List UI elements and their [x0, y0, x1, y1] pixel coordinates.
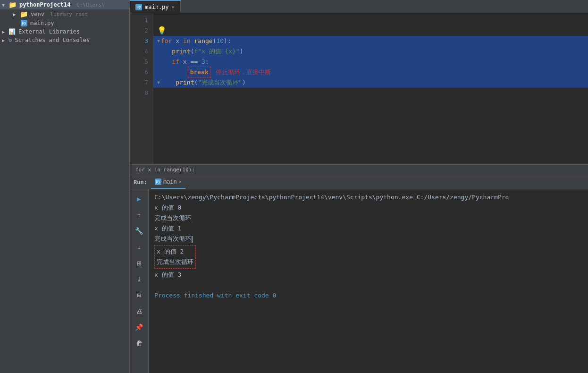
folder-venv-icon: 📁: [20, 10, 28, 18]
code-line-5: if x == 3 :: [153, 57, 588, 67]
sidebar-item-project[interactable]: ▼ 📁 pythonProject14 C:\Users\: [0, 0, 129, 9]
output-line-4: 完成当次循环: [154, 234, 582, 244]
tab-close-icon[interactable]: ✕: [172, 4, 175, 9]
expand-arrow-venv-icon: ▶: [13, 12, 16, 17]
code-line-3: ▼ for x in range ( 10 ):: [153, 36, 588, 46]
break-annotation: 停止循环，直接中断: [216, 67, 271, 77]
editor-status-bar: for x in range(10):: [130, 164, 588, 175]
code-line-4: print ( f"x 的值 {x}" ): [153, 46, 588, 57]
line-num-8: 8: [134, 88, 148, 98]
run-command: C:\Users\zengy\PycharmProjects\pythonPro…: [154, 192, 582, 203]
run-body: ▶ ↑ 🔧 ↓ ⊞ ⤓ ⊟ 🖨 📌 🗑 C:\Users\zengy\Pycha…: [130, 189, 588, 373]
line-num-1: 1: [134, 15, 148, 25]
tab-label: main.py: [145, 4, 169, 10]
code-line-2: 💡: [153, 25, 588, 36]
scratches-label: Scratches and Consoles: [15, 37, 90, 43]
project-name: pythonProject14: [19, 1, 70, 8]
folder-icon: 📁: [8, 1, 17, 8]
expand-scratch-icon: ▶: [2, 38, 5, 43]
run-output: C:\Users\zengy\PycharmProjects\pythonPro…: [149, 189, 588, 373]
project-path: C:\Users\: [73, 2, 104, 8]
output-line-5: x 的值 2: [157, 246, 193, 257]
run-button[interactable]: ▶: [133, 192, 146, 205]
expand-ext-icon: ▶: [2, 29, 5, 34]
run-toolbar: ▶ ↑ 🔧 ↓ ⊞ ⤓ ⊟ 🖨 📌 🗑: [130, 189, 149, 373]
python-tab-icon: py: [135, 4, 142, 10]
wrench-button[interactable]: 🔧: [133, 224, 146, 237]
print-button[interactable]: 🖨: [133, 305, 146, 318]
ext-lib-icon: 📊: [8, 28, 16, 35]
line-num-2: 2: [134, 25, 148, 36]
status-text: for x in range(10):: [135, 167, 195, 173]
line-num-3: 3: [134, 36, 148, 46]
output-line-2: 完成当次循环: [154, 213, 582, 223]
sidebar-item-external-libs[interactable]: ▶ 📊 External Libraries: [0, 27, 129, 36]
output-line-1: x 的值 0: [154, 203, 582, 213]
line-num-6: 6: [134, 67, 148, 77]
fold-icon-3[interactable]: ▼: [157, 36, 160, 46]
sidebar-item-venv[interactable]: ▶ 📁 venv library root: [0, 9, 129, 19]
run-tab-python-icon: py: [155, 178, 161, 185]
run-tab-label: main: [163, 178, 177, 185]
run-label: Run:: [134, 179, 147, 186]
output-line-7: x 的值 3: [154, 270, 582, 280]
tab-bar: py main.py ✕: [130, 0, 588, 13]
break-keyword-box: break: [188, 67, 211, 78]
fold-icon-7[interactable]: ▼: [157, 77, 160, 88]
code-line-7: ▼ print ( "完成当次循环" ): [153, 77, 588, 88]
python-file-icon: py: [21, 20, 27, 26]
output-line-6: 完成当次循环: [157, 257, 193, 267]
venv-label: venv: [31, 11, 44, 17]
kw-for: for: [161, 36, 172, 46]
output-line-3: x 的值 1: [154, 223, 582, 234]
code-line-1: [153, 15, 588, 25]
run-tab-close-icon[interactable]: ✕: [179, 179, 182, 184]
line-num-5: 5: [134, 57, 148, 67]
pin-button[interactable]: 📌: [133, 321, 146, 334]
code-editor[interactable]: 1 2 3 4 5 6 7 8 💡 ▼ for: [130, 13, 588, 164]
venv-sub: library root: [47, 11, 88, 17]
ext-lib-label: External Libraries: [18, 28, 80, 35]
delete-button[interactable]: 🗑: [133, 337, 146, 350]
code-line-6: break 停止循环，直接中断: [153, 67, 588, 77]
tab-main-py[interactable]: py main.py ✕: [130, 0, 181, 13]
main-py-label: main.py: [30, 20, 54, 26]
run-tab-bar: Run: py main ✕: [130, 175, 588, 189]
output-line-9: Process finished with exit code 0: [154, 290, 582, 301]
line-numbers: 1 2 3 4 5 6 7 8: [130, 13, 153, 164]
bulb-icon: 💡: [157, 25, 167, 36]
scratch-icon: ⚙: [8, 37, 12, 43]
sidebar: ▼ 📁 pythonProject14 C:\Users\ ▶ 📁 venv l…: [0, 0, 130, 373]
line-num-7: 7: [134, 77, 148, 88]
scroll-console-button[interactable]: ⊞: [133, 256, 146, 270]
code-content[interactable]: 💡 ▼ for x in range ( 10 ):: [153, 13, 588, 164]
run-panel: Run: py main ✕ ▶ ↑ 🔧 ↓ ⊞ ⤓ ⊟ 🖨: [130, 175, 588, 373]
scroll-down-button[interactable]: ↓: [133, 240, 146, 254]
import-button[interactable]: ⤓: [133, 272, 146, 286]
output-line-8: [154, 280, 582, 290]
sidebar-item-scratches[interactable]: ▶ ⚙ Scratches and Consoles: [0, 36, 129, 44]
sidebar-item-main-py[interactable]: py main.py: [0, 19, 129, 27]
scroll-up-button[interactable]: ↑: [133, 208, 146, 221]
layers-button[interactable]: ⊟: [133, 288, 146, 302]
code-line-8: [153, 88, 588, 98]
line-num-4: 4: [134, 46, 148, 57]
editor-area: py main.py ✕ 1 2 3 4 5 6 7 8: [130, 0, 588, 373]
highlighted-output-box: x 的值 2 完成当次循环: [154, 245, 196, 269]
run-tab-main[interactable]: py main ✕: [151, 175, 185, 189]
expand-arrow-icon: ▼: [2, 2, 5, 8]
